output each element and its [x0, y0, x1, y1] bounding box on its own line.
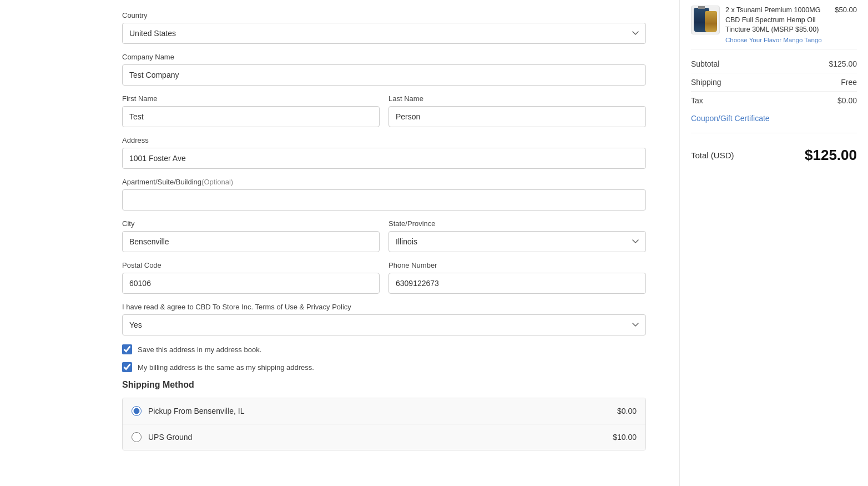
product-info: 2 x Tsunami Premium 1000MG CBD Full Spec… — [725, 6, 829, 43]
tax-value: $0.00 — [837, 96, 857, 105]
last-name-label: Last Name — [388, 94, 646, 103]
billing-same-group: My billing address is the same as my shi… — [122, 362, 646, 372]
coupon-link[interactable]: Coupon/Gift Certificate — [691, 109, 857, 127]
terms-label: I have read & agree to CBD To Store Inc.… — [122, 303, 646, 311]
summary-section: Subtotal $125.00 Shipping Free Tax $0.00… — [691, 49, 857, 133]
tax-label: Tax — [691, 96, 703, 105]
apt-input[interactable] — [122, 189, 646, 211]
postal-phone-row: Postal Code Phone Number — [122, 261, 646, 303]
total-row: Total (USD) $125.00 — [691, 139, 857, 166]
postal-group: Postal Code — [122, 261, 380, 294]
first-name-label: First Name — [122, 94, 380, 103]
shipping-options: Pickup From Bensenville, IL $0.00 UPS Gr… — [122, 398, 646, 450]
address-label: Address — [122, 136, 646, 144]
pickup-label: Pickup From Bensenville, IL — [148, 407, 610, 415]
tax-row: Tax $0.00 — [691, 92, 857, 109]
company-input[interactable] — [122, 64, 646, 86]
state-group: State/Province Illinois Alabama Alaska A… — [388, 219, 646, 252]
last-name-input[interactable] — [388, 106, 646, 127]
phone-group: Phone Number — [388, 261, 646, 294]
ups-label: UPS Ground — [148, 433, 606, 442]
subtotal-label: Subtotal — [691, 59, 719, 68]
shipping-section-title: Shipping Method — [122, 380, 646, 390]
state-select[interactable]: Illinois Alabama Alaska Arizona Californ… — [388, 231, 646, 252]
phone-input[interactable] — [388, 273, 646, 294]
pickup-price: $0.00 — [617, 407, 637, 415]
postal-label: Postal Code — [122, 261, 380, 269]
save-address-checkbox[interactable] — [122, 344, 132, 354]
address-input[interactable] — [122, 148, 646, 169]
subtotal-row: Subtotal $125.00 — [691, 55, 857, 73]
address-group: Address — [122, 136, 646, 169]
phone-label: Phone Number — [388, 261, 646, 269]
shipping-option-pickup[interactable]: Pickup From Bensenville, IL $0.00 — [123, 398, 645, 424]
country-select[interactable]: United States Canada United Kingdom — [122, 23, 646, 44]
company-group: Company Name — [122, 53, 646, 86]
save-address-group: Save this address in my address book. — [122, 344, 646, 354]
postal-input[interactable] — [122, 273, 380, 294]
billing-same-checkbox[interactable] — [122, 362, 132, 372]
terms-group: I have read & agree to CBD To Store Inc.… — [122, 303, 646, 335]
country-group: Country United States Canada United King… — [122, 11, 646, 44]
pickup-radio[interactable] — [132, 406, 142, 416]
terms-select[interactable]: Yes No — [122, 314, 646, 335]
product-bottle-2 — [705, 11, 717, 32]
product-image — [691, 6, 720, 34]
city-label: City — [122, 219, 380, 228]
save-address-label: Save this address in my address book. — [138, 345, 261, 354]
shipping-option-ups[interactable]: UPS Ground $10.00 — [123, 424, 645, 450]
state-label: State/Province — [388, 219, 646, 228]
first-name-group: First Name — [122, 94, 380, 127]
ups-radio[interactable] — [132, 432, 142, 442]
last-name-group: Last Name — [388, 94, 646, 127]
apt-label: Apartment/Suite/Building(Optional) — [122, 178, 646, 186]
product-variant: Choose Your Flavor Mango Tango — [725, 37, 829, 43]
apt-group: Apartment/Suite/Building(Optional) — [122, 178, 646, 211]
shipping-row: Shipping Free — [691, 73, 857, 92]
shipping-label: Shipping — [691, 78, 721, 87]
city-state-row: City State/Province Illinois Alabama Ala… — [122, 219, 646, 261]
product-price: $50.00 — [835, 6, 857, 43]
company-label: Company Name — [122, 53, 646, 61]
total-label: Total (USD) — [691, 151, 734, 160]
shipping-value: Free — [841, 78, 857, 87]
city-group: City — [122, 219, 380, 252]
name-row: First Name Last Name — [122, 94, 646, 136]
city-input[interactable] — [122, 231, 380, 252]
total-amount: $125.00 — [805, 147, 857, 164]
order-summary-panel: 2 x Tsunami Premium 1000MG CBD Full Spec… — [679, 0, 868, 486]
ups-price: $10.00 — [613, 433, 637, 442]
product-name: 2 x Tsunami Premium 1000MG CBD Full Spec… — [725, 6, 829, 35]
billing-same-label: My billing address is the same as my shi… — [138, 363, 314, 372]
subtotal-value: $125.00 — [829, 59, 857, 68]
country-label: Country — [122, 11, 646, 19]
product-item: 2 x Tsunami Premium 1000MG CBD Full Spec… — [691, 0, 857, 49]
first-name-input[interactable] — [122, 106, 380, 127]
